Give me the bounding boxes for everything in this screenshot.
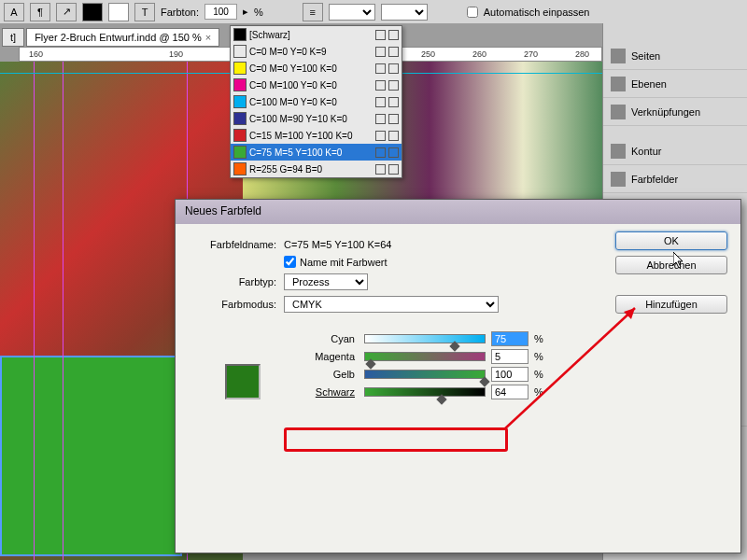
schwarz-slider[interactable] [364, 387, 486, 397]
add-button[interactable]: Hinzufügen [615, 295, 727, 314]
swatch-item-selected[interactable]: C=75 M=5 Y=100 K=0 [231, 144, 402, 161]
magenta-row: Magenta % [303, 349, 726, 364]
percent-label: % [254, 7, 263, 18]
cyan-row: Cyan % [303, 331, 726, 346]
top-toolbar: A ¶ ↗ T Farbton: ▸ % ≡ Automatisch einpa… [0, 0, 747, 23]
magenta-slider[interactable] [364, 352, 486, 361]
pages-icon [611, 49, 626, 63]
swatches-icon [611, 172, 626, 187]
ok-button[interactable]: OK [615, 231, 727, 250]
new-swatch-dialog: Neues Farbfeld OK Abbrechen Hinzufügen F… [175, 199, 741, 553]
spot-icon [388, 30, 399, 40]
chevron-right-icon: ▸ [243, 6, 248, 18]
swatch-item[interactable]: R=255 G=94 B=0 [231, 161, 402, 177]
panel-farbfelder[interactable]: Farbfelder [603, 165, 747, 193]
tool-button[interactable]: ¶ [30, 3, 50, 21]
swatch-dropdown[interactable]: [Schwarz] C=0 M=0 Y=0 K=9 C=0 M=0 Y=100 … [230, 25, 402, 178]
gelb-row: Gelb % [303, 367, 726, 382]
schwarz-row: Schwarz % [303, 385, 726, 399]
stroke-swatch[interactable] [108, 3, 129, 21]
autofit-checkbox[interactable] [467, 7, 478, 18]
gelb-input[interactable] [491, 367, 529, 382]
stroke-icon [611, 144, 626, 159]
annotation-highlight [284, 427, 508, 452]
farbtyp-select[interactable]: Prozess [284, 273, 368, 290]
cancel-button[interactable]: Abbrechen [615, 256, 727, 274]
cyan-input[interactable] [491, 331, 529, 346]
gelb-slider[interactable] [364, 370, 486, 379]
panel-seiten[interactable]: Seiten [603, 42, 747, 70]
schwarz-input[interactable] [491, 385, 529, 399]
none-icon [375, 30, 386, 40]
cyan-slider[interactable] [364, 334, 486, 343]
farbmodus-label: Farbmodus: [190, 299, 284, 310]
farbfeldname-label: Farbfeldname: [190, 239, 284, 250]
links-icon [611, 105, 626, 119]
document-tabs: t] Flyer 2-Bruch Entwurf.indd @ 150 %× [0, 23, 219, 47]
swatch-item[interactable]: C=0 M=0 Y=0 K=9 [231, 43, 402, 60]
farbton-label: Farbton: [161, 7, 199, 18]
fill-swatch[interactable] [82, 3, 103, 21]
name-with-value-label: Name mit Farbwert [300, 257, 388, 268]
cursor-icon [673, 252, 684, 269]
swatch-item[interactable]: C=100 M=90 Y=10 K=0 [231, 110, 402, 127]
tool-button[interactable]: ↗ [56, 3, 77, 21]
autofit-label: Automatisch einpassen [484, 7, 590, 18]
color-preview [225, 364, 261, 399]
farbtyp-label: Farbtyp: [190, 276, 284, 287]
farbfeldname-value: C=75 M=5 Y=100 K=64 [284, 239, 391, 250]
tool-button[interactable]: A [4, 3, 24, 21]
swatch-item[interactable]: C=15 M=100 Y=100 K=0 [231, 127, 402, 144]
farbton-input[interactable] [204, 4, 237, 20]
swatch-item[interactable]: C=0 M=100 Y=0 K=0 [231, 77, 402, 93]
weight-select[interactable] [329, 4, 375, 21]
align-button[interactable]: ≡ [303, 3, 323, 21]
swatch-item[interactable]: [Schwarz] [231, 26, 402, 43]
text-tool-icon[interactable]: T [134, 3, 155, 21]
guide-vertical[interactable] [34, 62, 35, 560]
panel-verknuepfungen[interactable]: Verknüpfungen [603, 98, 747, 126]
swatch-item[interactable]: C=0 M=0 Y=100 K=0 [231, 60, 402, 77]
panel-kontur[interactable]: Kontur [603, 137, 747, 165]
swatch-item[interactable]: C=100 M=0 Y=0 K=0 [231, 93, 402, 110]
tab-active[interactable]: Flyer 2-Bruch Entwurf.indd @ 150 %× [26, 28, 219, 47]
farbmodus-select[interactable]: CMYK [284, 296, 499, 313]
guide-vertical[interactable] [63, 62, 63, 560]
panel-ebenen[interactable]: Ebenen [603, 70, 747, 98]
layers-icon [611, 77, 626, 91]
name-with-value-checkbox[interactable] [284, 256, 296, 268]
selected-frame[interactable] [0, 356, 182, 556]
dialog-title: Neues Farbfeld [176, 200, 740, 224]
tab[interactable]: t] [2, 28, 24, 47]
type-select[interactable] [381, 4, 428, 21]
close-icon[interactable]: × [205, 32, 211, 43]
magenta-input[interactable] [491, 349, 529, 364]
